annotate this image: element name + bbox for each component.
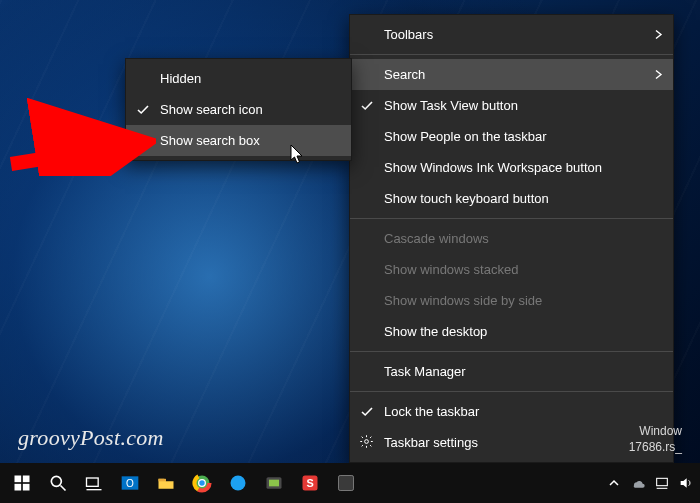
- menu-touch-keyboard[interactable]: Show touch keyboard button: [350, 183, 673, 214]
- taskbar-app-generic-2[interactable]: [258, 467, 290, 499]
- svg-rect-8: [87, 478, 99, 486]
- menu-stacked: Show windows stacked: [350, 254, 673, 285]
- search-icon[interactable]: [42, 467, 74, 499]
- menu-separator: [350, 391, 673, 392]
- svg-point-18: [231, 476, 246, 491]
- menu-ink[interactable]: Show Windows Ink Workspace button: [350, 152, 673, 183]
- taskbar[interactable]: O S: [0, 463, 700, 503]
- menu-label: Show touch keyboard button: [384, 191, 549, 206]
- start-button[interactable]: [6, 467, 38, 499]
- task-view-icon[interactable]: [78, 467, 110, 499]
- svg-rect-12: [159, 479, 167, 482]
- menu-separator: [350, 351, 673, 352]
- svg-point-6: [51, 476, 61, 486]
- site-watermark: groovyPost.com: [18, 425, 164, 451]
- svg-rect-4: [15, 484, 22, 491]
- menu-lock-taskbar[interactable]: Lock the taskbar: [350, 396, 673, 427]
- check-icon: [360, 405, 374, 419]
- tray-network-icon[interactable]: [654, 475, 670, 491]
- menu-label: Taskbar settings: [384, 435, 478, 450]
- menu-label: Show People on the taskbar: [384, 129, 547, 144]
- search-option-hidden[interactable]: Hidden: [126, 63, 351, 94]
- menu-label: Show Task View button: [384, 98, 518, 113]
- system-tray: [606, 475, 694, 491]
- svg-rect-20: [269, 480, 279, 487]
- svg-rect-23: [339, 476, 354, 491]
- taskbar-app-chrome[interactable]: [186, 467, 218, 499]
- search-option-icon[interactable]: Show search icon: [126, 94, 351, 125]
- menu-label: Hidden: [160, 71, 201, 86]
- menu-task-manager[interactable]: Task Manager: [350, 356, 673, 387]
- menu-task-view[interactable]: Show Task View button: [350, 90, 673, 121]
- menu-label: Search: [384, 67, 425, 82]
- menu-label: Lock the taskbar: [384, 404, 479, 419]
- menu-label: Show windows stacked: [384, 262, 518, 277]
- taskbar-app-explorer[interactable]: [150, 467, 182, 499]
- menu-people[interactable]: Show People on the taskbar: [350, 121, 673, 152]
- gear-icon: [359, 434, 374, 452]
- chevron-right-icon: [655, 67, 663, 82]
- windows-build-watermark: Window 17686.rs_: [629, 423, 682, 455]
- build-line: 17686.rs_: [629, 439, 682, 455]
- menu-separator: [350, 54, 673, 55]
- svg-line-7: [61, 486, 66, 491]
- svg-rect-5: [23, 484, 30, 491]
- svg-rect-3: [23, 476, 30, 483]
- taskbar-app-generic-1[interactable]: [222, 467, 254, 499]
- tray-chevron-up-icon[interactable]: [606, 475, 622, 491]
- menu-label: Show search icon: [160, 102, 263, 117]
- svg-rect-24: [657, 478, 668, 485]
- check-icon: [136, 103, 150, 117]
- menu-label: Show the desktop: [384, 324, 487, 339]
- search-submenu: Hidden Show search icon Show search box: [125, 58, 352, 161]
- build-line: Window: [629, 423, 682, 439]
- menu-toolbars[interactable]: Toolbars: [350, 19, 673, 50]
- menu-label: Cascade windows: [384, 231, 489, 246]
- taskbar-app-outlook[interactable]: O: [114, 467, 146, 499]
- menu-show-desktop[interactable]: Show the desktop: [350, 316, 673, 347]
- menu-separator: [350, 218, 673, 219]
- menu-cascade: Cascade windows: [350, 223, 673, 254]
- menu-label: Show Windows Ink Workspace button: [384, 160, 602, 175]
- menu-taskbar-settings[interactable]: Taskbar settings: [350, 427, 673, 458]
- chevron-right-icon: [655, 27, 663, 42]
- menu-label: Show search box: [160, 133, 260, 148]
- menu-label: Toolbars: [384, 27, 433, 42]
- tray-onedrive-icon[interactable]: [630, 475, 646, 491]
- menu-search[interactable]: Search: [350, 59, 673, 90]
- taskbar-app-snagit[interactable]: S: [294, 467, 326, 499]
- tray-volume-icon[interactable]: [678, 475, 694, 491]
- check-icon: [360, 99, 374, 113]
- svg-text:S: S: [306, 477, 313, 489]
- search-option-box[interactable]: Show search box: [126, 125, 351, 156]
- menu-side-by-side: Show windows side by side: [350, 285, 673, 316]
- menu-label: Show windows side by side: [384, 293, 542, 308]
- taskbar-context-menu: Toolbars Search Show Task View button Sh…: [349, 14, 674, 463]
- menu-label: Task Manager: [384, 364, 466, 379]
- svg-point-0: [365, 439, 369, 443]
- taskbar-left: O S: [6, 467, 362, 499]
- taskbar-app-generic-3[interactable]: [330, 467, 362, 499]
- svg-text:O: O: [126, 478, 134, 489]
- svg-rect-2: [15, 476, 22, 483]
